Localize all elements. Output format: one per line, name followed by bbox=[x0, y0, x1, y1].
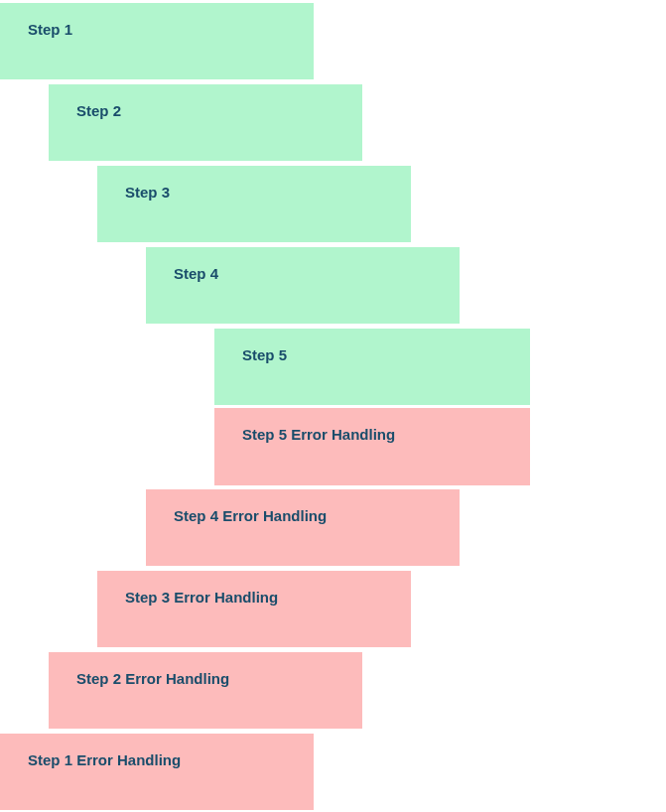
step-3-error-label: Step 3 Error Handling bbox=[125, 589, 278, 606]
step-2-error-block: Step 2 Error Handling bbox=[49, 652, 362, 729]
step-4-error-block: Step 4 Error Handling bbox=[146, 489, 460, 566]
step-5-error-label: Step 5 Error Handling bbox=[242, 426, 395, 443]
step-5-block: Step 5 bbox=[214, 329, 530, 405]
step-1-error-label: Step 1 Error Handling bbox=[28, 751, 181, 768]
step-2-label: Step 2 bbox=[76, 102, 121, 119]
step-3-block: Step 3 bbox=[97, 166, 411, 242]
step-1-error-block: Step 1 Error Handling bbox=[0, 734, 314, 810]
step-1-block: Step 1 bbox=[0, 3, 314, 79]
step-4-error-label: Step 4 Error Handling bbox=[174, 507, 327, 524]
step-1-label: Step 1 bbox=[28, 21, 72, 38]
step-3-error-block: Step 3 Error Handling bbox=[97, 571, 411, 647]
step-4-block: Step 4 bbox=[146, 247, 460, 324]
step-3-label: Step 3 bbox=[125, 184, 170, 201]
step-4-label: Step 4 bbox=[174, 265, 218, 282]
step-2-error-label: Step 2 Error Handling bbox=[76, 670, 229, 687]
step-5-error-block: Step 5 Error Handling bbox=[214, 408, 530, 485]
step-5-label: Step 5 bbox=[242, 346, 287, 363]
step-2-block: Step 2 bbox=[49, 84, 362, 161]
